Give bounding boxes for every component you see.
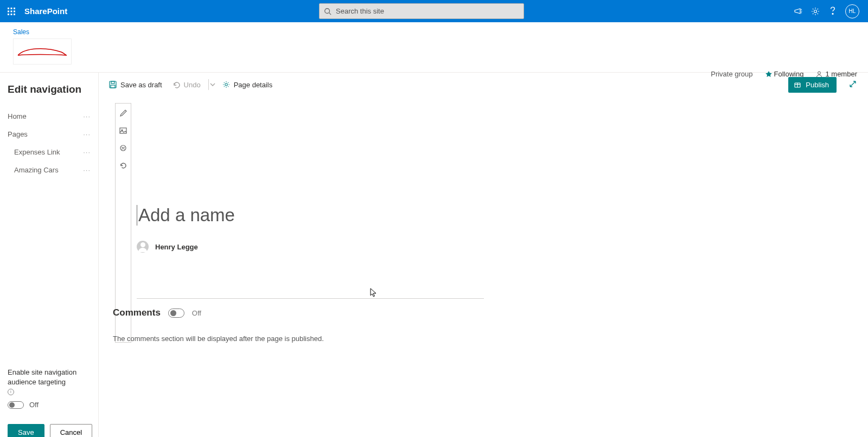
focal-point-icon[interactable] <box>119 144 127 152</box>
comments-toggle-state: Off <box>192 309 201 317</box>
section-divider <box>137 298 484 299</box>
save-draft-label: Save as draft <box>120 81 162 89</box>
cancel-button[interactable]: Cancel <box>50 424 92 437</box>
svg-rect-15 <box>111 81 114 83</box>
more-icon[interactable]: ··· <box>83 112 91 120</box>
nav-item-pages[interactable]: Pages ··· <box>8 125 91 143</box>
user-avatar[interactable]: HL <box>845 4 859 18</box>
more-icon[interactable]: ··· <box>83 148 91 156</box>
app-launcher-icon[interactable] <box>0 0 22 22</box>
separator <box>208 79 209 90</box>
search-icon <box>324 8 331 15</box>
comments-toggle[interactable] <box>168 309 184 318</box>
main-content: Save as draft Undo Page details Publish <box>99 73 868 437</box>
svg-point-12 <box>832 13 833 14</box>
svg-point-25 <box>124 147 124 148</box>
image-icon[interactable] <box>119 126 127 135</box>
nav-item-home[interactable]: Home ··· <box>8 107 91 125</box>
audience-targeting-label: Enable site navigation audience targetin… <box>8 368 91 395</box>
author-row: Henry Legge <box>137 241 484 253</box>
audience-targeting-toggle[interactable] <box>8 401 24 409</box>
svg-rect-4 <box>10 10 12 12</box>
audience-toggle-state: Off <box>29 401 39 409</box>
search-box[interactable] <box>319 3 524 19</box>
author-avatar-icon[interactable] <box>137 241 149 253</box>
undo-icon <box>172 80 181 89</box>
undo-label: Undo <box>184 81 201 89</box>
undo-button[interactable]: Undo <box>172 80 201 89</box>
header-actions: HL <box>793 4 868 18</box>
nav-item-label: Home <box>8 112 27 120</box>
svg-point-23 <box>120 145 126 151</box>
svg-rect-5 <box>14 10 15 12</box>
nav-item-label: Amazing Cars <box>14 166 59 174</box>
svg-rect-16 <box>111 85 115 88</box>
command-bar: Save as draft Undo Page details Publish <box>99 73 868 97</box>
page-details-label: Page details <box>234 81 273 89</box>
svg-point-24 <box>122 147 123 148</box>
info-icon[interactable]: i <box>8 389 14 395</box>
svg-line-10 <box>329 12 331 15</box>
chevron-down-icon <box>210 82 215 87</box>
page-details-button[interactable]: Page details <box>222 80 273 89</box>
save-as-draft-button[interactable]: Save as draft <box>108 80 162 89</box>
nav-item-expenses-link[interactable]: Expenses Link ··· <box>8 143 91 161</box>
brand-label[interactable]: SharePoint <box>24 7 67 16</box>
reset-icon[interactable] <box>119 161 127 170</box>
svg-rect-1 <box>10 8 12 9</box>
svg-rect-3 <box>8 10 9 12</box>
edit-pencil-icon[interactable] <box>119 109 127 118</box>
search-container <box>319 3 524 19</box>
avatar-initials: HL <box>849 8 856 14</box>
svg-point-9 <box>325 8 330 13</box>
svg-point-17 <box>225 83 227 86</box>
svg-rect-6 <box>8 14 9 15</box>
svg-rect-21 <box>120 128 126 133</box>
site-name-link[interactable]: Sales <box>13 28 29 36</box>
nav-item-label: Pages <box>8 130 28 138</box>
comments-heading: Comments <box>113 307 161 318</box>
page-canvas: Henry Legge Comments Off The comments se… <box>137 97 484 343</box>
svg-point-11 <box>814 10 817 12</box>
svg-rect-8 <box>14 14 15 15</box>
page-title-input[interactable] <box>137 205 484 226</box>
publish-label: Publish <box>806 81 829 89</box>
save-button[interactable]: Save <box>8 424 44 437</box>
comments-placeholder-note: The comments section will be displayed a… <box>113 335 484 343</box>
publish-button[interactable]: Publish <box>788 77 837 93</box>
author-name[interactable]: Henry Legge <box>155 243 198 251</box>
svg-rect-0 <box>8 8 9 9</box>
global-header: SharePoint HL <box>0 0 868 22</box>
nav-item-amazing-cars[interactable]: Amazing Cars ··· <box>8 161 91 179</box>
svg-rect-2 <box>14 8 15 9</box>
publish-icon <box>794 81 801 89</box>
svg-rect-7 <box>10 14 12 15</box>
site-header: Sales Private group Following 1 member <box>0 22 868 65</box>
cursor-icon <box>370 288 378 298</box>
expand-editor-button[interactable] <box>846 78 859 91</box>
title-area-toolbar <box>115 103 131 343</box>
megaphone-icon[interactable] <box>793 7 803 16</box>
undo-dropdown[interactable] <box>210 82 215 87</box>
site-logo[interactable] <box>13 38 72 65</box>
nav-item-label: Expenses Link <box>14 148 60 156</box>
save-icon <box>108 80 117 89</box>
more-icon[interactable]: ··· <box>83 130 91 138</box>
gear-icon <box>222 80 231 89</box>
search-input[interactable] <box>336 7 519 15</box>
sidebar-heading: Edit navigation <box>8 83 91 95</box>
settings-icon[interactable] <box>810 7 820 16</box>
more-icon[interactable]: ··· <box>83 166 91 174</box>
help-icon[interactable] <box>828 7 838 16</box>
edit-navigation-panel: Edit navigation Home ··· Pages ··· Expen… <box>0 73 99 437</box>
